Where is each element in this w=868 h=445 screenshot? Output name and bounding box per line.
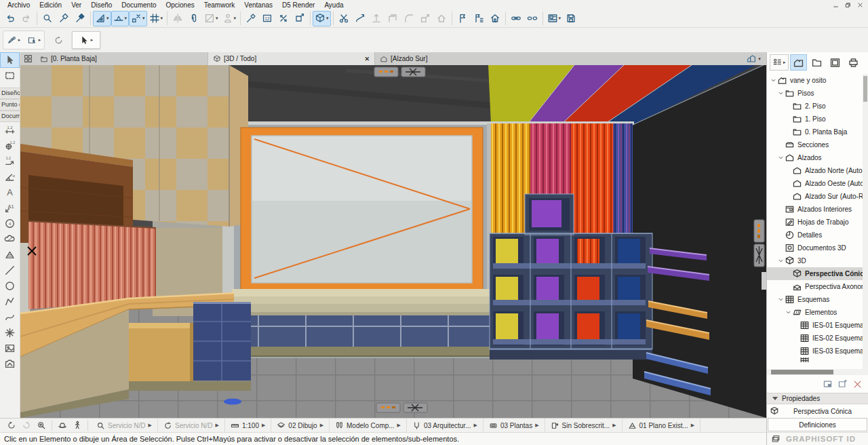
mirror-button[interactable]	[170, 11, 186, 26]
quick-option-model-view-options[interactable]: 03 Arquitectur...▶	[407, 419, 484, 432]
tree-item-1-piso[interactable]: 1. Piso	[767, 113, 868, 125]
forward-button[interactable]	[19, 419, 34, 432]
split-button[interactable]	[336, 11, 352, 26]
tree-item-alzados-interiores[interactable]: Alzados Interiores	[767, 203, 868, 216]
elevate-button[interactable]	[368, 11, 384, 26]
tree-chevron-icon[interactable]	[777, 155, 785, 161]
vscroll-thumb[interactable]	[863, 76, 867, 102]
dock-palette-button[interactable]	[823, 379, 833, 389]
tree-item-partial[interactable]	[767, 357, 868, 362]
tree-item-alzados[interactable]: Alzados	[767, 151, 868, 164]
fill-tool[interactable]	[0, 247, 20, 263]
menu-opciones[interactable]: Opciones	[161, 1, 199, 9]
undo-button[interactable]	[2, 11, 18, 26]
unlink-button[interactable]	[524, 11, 540, 26]
tree-item-documentos-3d[interactable]: Documentos 3D	[767, 241, 868, 254]
flag-button[interactable]	[454, 11, 471, 26]
snap-guides-button[interactable]: ▾	[111, 11, 130, 26]
tree-item-perspectiva-c-nica[interactable]: Perspectiva Cónica	[767, 267, 868, 280]
stretch-elements-button[interactable]	[292, 11, 308, 26]
properties-header[interactable]: Propiedades	[767, 393, 868, 404]
orbit-button[interactable]	[55, 419, 70, 432]
link-button[interactable]	[508, 11, 524, 26]
navigator-tab-layout-book[interactable]	[827, 54, 844, 71]
quick-option-scale[interactable]: 1:100▶	[225, 419, 271, 432]
hotspot-tool[interactable]	[0, 325, 20, 341]
line-tool[interactable]	[0, 263, 20, 278]
tree-item-3d[interactable]: 3D	[767, 254, 868, 267]
save-view-button[interactable]	[563, 11, 579, 26]
circle-tool[interactable]	[0, 278, 20, 294]
home-story-button[interactable]	[487, 11, 503, 26]
navigator-vertical-scrollbar[interactable]	[863, 74, 868, 369]
toolbox-group-punto-de[interactable]: Punto de	[0, 99, 20, 111]
navigator-horizontal-scrollbar[interactable]	[767, 369, 868, 375]
view-settings-button[interactable]: ▾	[741, 52, 766, 65]
scene-floor-marker[interactable]	[224, 399, 241, 405]
menu-ventanas[interactable]: Ventanas	[239, 1, 277, 9]
dimension-tool[interactable]: 1.2	[0, 122, 20, 138]
quick-option-layer-combination[interactable]: 02 Dibujo▶	[271, 419, 330, 432]
toolbox-group-diseño[interactable]: Diseño	[0, 88, 20, 99]
tree-item-pisos[interactable]: Pisos	[767, 87, 868, 100]
quick-option-preview-zoom[interactable]: Servicio N/D▶	[91, 419, 158, 432]
menu-ver[interactable]: Ver	[66, 1, 86, 9]
menu-edición[interactable]: Edición	[35, 1, 66, 9]
tree-chevron-icon[interactable]	[777, 90, 785, 96]
quick-option-pen-set[interactable]: Modelo Comp...▶	[330, 419, 407, 432]
restore-button[interactable]	[845, 2, 851, 8]
walk-button[interactable]	[70, 419, 85, 432]
guide-lines-button[interactable]: ▾	[93, 11, 111, 26]
arrow-select-tool[interactable]	[0, 52, 20, 68]
text-tool[interactable]: A	[0, 185, 20, 200]
tree-chevron-icon[interactable]	[770, 77, 777, 83]
tree-chevron-icon[interactable]	[777, 296, 785, 303]
tree-item-ies-02-esquema-de[interactable]: IES-02 Esquema de	[767, 332, 868, 345]
3d-cutaway-button[interactable]: ▾	[313, 11, 331, 26]
grid-snap-button[interactable]: ▾	[147, 11, 165, 26]
tree-item-2-piso[interactable]: 2. Piso	[767, 100, 868, 113]
selection-default-button[interactable]: ▸	[24, 31, 44, 49]
tree-item-vane-y-osito[interactable]: vane y osito	[767, 74, 868, 87]
snap-points-button[interactable]: ▾	[129, 11, 147, 26]
figure-tool[interactable]	[0, 341, 20, 356]
navigator-tab-publisher-sets[interactable]	[845, 54, 862, 71]
menu-diseño[interactable]: Diseño	[86, 1, 117, 9]
tree-item-perspectiva-axonom-[interactable]: Perspectiva Axonomé	[767, 280, 868, 293]
renovation-brush-button[interactable]	[243, 11, 259, 26]
angle-dimension-tool[interactable]: α	[0, 169, 20, 185]
tab-close-icon[interactable]: ✕	[359, 56, 370, 62]
fillet-button[interactable]	[401, 11, 417, 26]
resize-button[interactable]	[417, 11, 433, 26]
tree-item-alzado-norte-auto-r[interactable]: Alzado Norte (Auto-R	[767, 164, 868, 177]
spline-tool[interactable]	[0, 309, 20, 325]
tree-item-esquemas[interactable]: Esquemas	[767, 293, 868, 306]
quick-option-partial-structure[interactable]: Sin Sobrescrit...▶	[545, 419, 623, 432]
scene-blue-tile-wainscot[interactable]	[232, 315, 521, 357]
tree-chevron-icon[interactable]	[785, 309, 792, 315]
toolbox-group-documer[interactable]: Documer	[0, 111, 20, 122]
tab-alzado-sur[interactable]: [Alzado Sur]	[375, 52, 741, 65]
change-cloud-tool[interactable]	[0, 231, 20, 247]
tree-item-secciones[interactable]: Secciones	[767, 138, 868, 151]
tree-item-detalles[interactable]: Detalles	[767, 229, 868, 241]
rotate-snap-button[interactable]	[48, 31, 68, 49]
pickup-parameters-button[interactable]	[56, 11, 72, 26]
arrow-tool-button[interactable]: ▸	[72, 31, 100, 49]
minimize-button[interactable]	[833, 2, 839, 8]
tree-item-alzado-sur-auto-rec[interactable]: Alzado Sur (Auto-Rec	[767, 190, 868, 203]
trace-reference-button[interactable]: ▾	[202, 11, 220, 26]
close-button[interactable]	[857, 2, 863, 8]
tree-chevron-icon[interactable]	[777, 258, 785, 264]
polyline-tool[interactable]	[0, 294, 20, 309]
back-button[interactable]	[4, 419, 19, 432]
tree-item-alzado-oeste-auto-r[interactable]: Alzado Oeste (Auto-R	[767, 177, 868, 190]
scene-blue-cabinets[interactable]	[193, 302, 251, 381]
tree-item-0-planta-baja[interactable]: 0. Planta Baja	[767, 125, 868, 138]
adjust-button[interactable]	[352, 11, 368, 26]
viewport-scrollbar-thumb[interactable]	[762, 272, 766, 290]
hscroll-thumb[interactable]	[771, 370, 833, 374]
redo-button[interactable]	[18, 11, 35, 26]
menu-d5-render[interactable]: D5 Render	[277, 1, 319, 9]
navigator-tab-project-map[interactable]	[790, 54, 807, 71]
